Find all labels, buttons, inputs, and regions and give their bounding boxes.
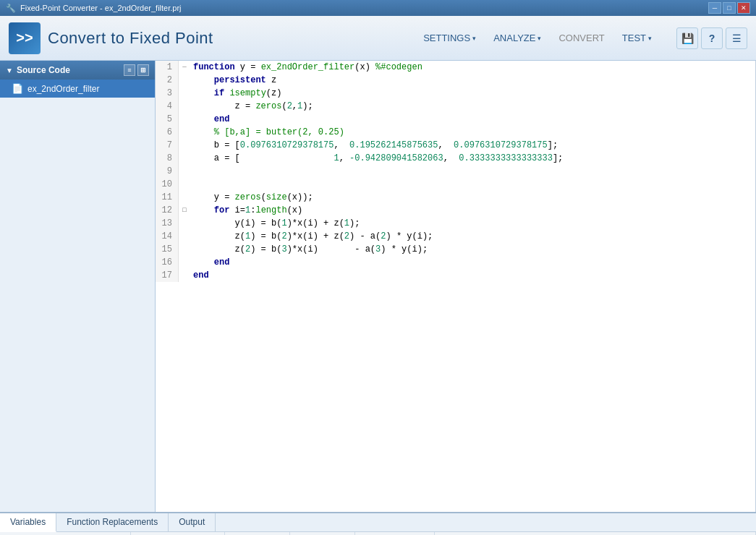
sidebar-header: ▼ Source Code ≡ ⊞ (0, 61, 155, 80)
header-nav: SETTINGS ▾ ANALYZE ▾ CONVERT TEST ▾ (416, 28, 659, 48)
line-num-6: 6 (156, 126, 179, 139)
table-header-row: Variable Type Sim Min Sim Max Whole Numb… (0, 532, 756, 535)
line-num-3: 3 (156, 87, 179, 100)
line-content-16: end (190, 256, 229, 269)
minimize-button[interactable]: ─ (708, 2, 721, 14)
line-collapse-5 (179, 113, 190, 126)
sidebar-collapse-icon: ▼ (6, 67, 13, 74)
code-line-4: 4 z = zeros(2,1); (156, 100, 755, 113)
logo-block: >> Convert to Fixed Point (9, 22, 213, 54)
line-collapse-10 (179, 178, 190, 191)
app-icon: 🔧 (6, 4, 16, 13)
line-collapse-11 (179, 191, 190, 204)
line-content-15: z(2) = b(3)*x(i) - a(3) * y(i); (190, 243, 428, 256)
code-line-10: 10 (156, 178, 755, 191)
title-bar-left: 🔧 Fixed-Point Converter - ex_2ndOrder_fi… (6, 4, 182, 13)
line-content-5: end (190, 113, 229, 126)
line-content-8: a = [ 1, -0.942809041582063, 0.333333333… (190, 152, 563, 165)
nav-settings[interactable]: SETTINGS ▾ (416, 28, 483, 48)
col-whole-number: Whole Number (354, 532, 434, 535)
bottom-panel: Variables Function Replacements Output V… (0, 512, 756, 535)
line-content-1: function y = ex_2ndOrder_filter(x) %#cod… (190, 61, 422, 74)
line-content-13: y(i) = b(1)*x(i) + z(1); (190, 217, 360, 230)
code-line-5: 5 end (156, 113, 755, 126)
col-variable: Variable (0, 532, 130, 535)
line-content-9 (190, 165, 193, 178)
line-num-9: 9 (156, 165, 179, 178)
line-num-13: 13 (156, 217, 179, 230)
line-collapse-2 (179, 74, 190, 87)
line-collapse-7 (179, 139, 190, 152)
variables-table: Variable Type Sim Min Sim Max Whole Numb… (0, 532, 756, 535)
close-button[interactable]: ✕ (737, 2, 750, 14)
code-line-2: 2 persistent z (156, 74, 755, 87)
sidebar-item-filter[interactable]: 📄 ex_2ndOrder_filter (0, 80, 155, 98)
analyze-arrow-icon: ▾ (538, 35, 541, 42)
nav-test[interactable]: TEST ▾ (615, 28, 659, 48)
code-line-9: 9 (156, 165, 755, 178)
code-line-8: 8 a = [ 1, -0.942809041582063, 0.3333333… (156, 152, 755, 165)
col-sim-max: Sim Max (289, 532, 354, 535)
col-sim-min: Sim Min (224, 532, 289, 535)
test-arrow-icon: ▾ (648, 35, 652, 42)
line-num-1: 1 (156, 61, 179, 74)
sidebar-header-left: ▼ Source Code (6, 65, 70, 75)
line-content-4: z = zeros(2,1); (190, 100, 313, 113)
line-content-12: for i=1:length(x) (190, 204, 302, 217)
line-collapse-15 (179, 243, 190, 256)
line-num-12: 12 (156, 204, 179, 217)
sidebar-tree-view-icon[interactable]: ⊞ (137, 64, 149, 76)
bottom-table-wrap[interactable]: Variable Type Sim Min Sim Max Whole Numb… (0, 532, 756, 535)
code-editor[interactable]: 1 — function y = ex_2ndOrder_filter(x) %… (156, 61, 756, 512)
line-num-7: 7 (156, 139, 179, 152)
code-line-1: 1 — function y = ex_2ndOrder_filter(x) %… (156, 61, 755, 74)
line-content-14: z(1) = b(2)*x(i) + z(2) - a(2) * y(i); (190, 230, 433, 243)
line-content-6: % [b,a] = butter(2, 0.25) (190, 126, 344, 139)
line-num-16: 16 (156, 256, 179, 269)
sidebar-list-view-icon[interactable]: ≡ (124, 64, 135, 76)
tab-variables[interactable]: Variables (0, 513, 56, 532)
line-num-11: 11 (156, 191, 179, 204)
line-num-14: 14 (156, 230, 179, 243)
nav-convert: CONVERT (551, 28, 611, 48)
line-content-2: persistent z (190, 74, 276, 87)
sidebar: ▼ Source Code ≡ ⊞ 📄 ex_2ndOrder_filter (0, 61, 156, 512)
maximize-button[interactable]: □ (723, 2, 736, 14)
nav-analyze[interactable]: ANALYZE ▾ (486, 28, 548, 48)
tab-output[interactable]: Output (169, 513, 216, 531)
title-bar-text: Fixed-Point Converter - ex_2ndOrder_filt… (20, 4, 182, 12)
line-num-17: 17 (156, 269, 179, 282)
tab-function-replacements[interactable]: Function Replacements (56, 513, 169, 531)
title-bar-controls: ─ □ ✕ (708, 2, 750, 14)
line-collapse-4 (179, 100, 190, 113)
line-collapse-14 (179, 230, 190, 243)
line-num-8: 8 (156, 152, 179, 165)
logo-arrows: >> (16, 30, 33, 46)
sidebar-item-label: ex_2ndOrder_filter (27, 84, 99, 94)
line-content-10 (190, 178, 193, 191)
line-num-4: 4 (156, 100, 179, 113)
line-collapse-13 (179, 217, 190, 230)
code-line-6: 6 % [b,a] = butter(2, 0.25) (156, 126, 755, 139)
line-content-3: if isempty(z) (190, 87, 281, 100)
line-content-17: end (190, 269, 209, 282)
app-title: Convert to Fixed Point (48, 29, 213, 48)
line-collapse-9 (179, 165, 190, 178)
line-collapse-8 (179, 152, 190, 165)
code-line-14: 14 z(1) = b(2)*x(i) + z(2) - a(2) * y(i)… (156, 230, 755, 243)
line-collapse-1: — (179, 61, 190, 74)
logo-icon: >> (9, 22, 41, 54)
header-icons: 💾 ? ☰ (676, 27, 747, 49)
code-line-3: 3 if isempty(z) (156, 87, 755, 100)
bottom-tabs: Variables Function Replacements Output (0, 513, 756, 532)
menu-button[interactable]: ☰ (726, 27, 747, 49)
save-button[interactable]: 💾 (676, 27, 698, 49)
sidebar-view-icons: ≡ ⊞ (124, 64, 149, 76)
code-line-12: 12 □ for i=1:length(x) (156, 204, 755, 217)
line-collapse-3 (179, 87, 190, 100)
line-num-5: 5 (156, 113, 179, 126)
help-button[interactable]: ? (701, 27, 723, 49)
settings-arrow-icon: ▾ (472, 35, 476, 42)
line-collapse-12[interactable]: □ (179, 204, 190, 217)
code-line-16: 16 end (156, 256, 755, 269)
